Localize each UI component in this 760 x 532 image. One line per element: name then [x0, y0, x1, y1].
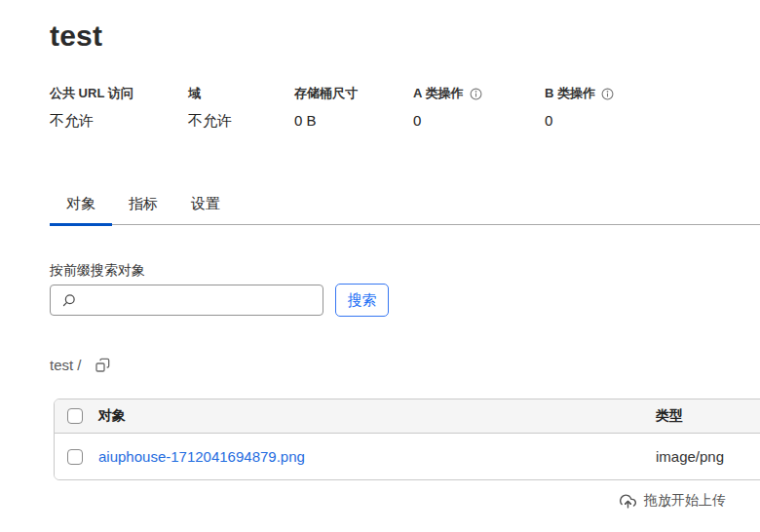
upload-hint-row: 拖放开始上传 [50, 492, 760, 510]
row-checkbox[interactable] [67, 449, 83, 465]
object-link[interactable]: aiuphouse-1712041694879.png [98, 448, 305, 465]
object-type-cell: image/png [656, 448, 760, 465]
column-header-object: 对象 [98, 407, 656, 425]
row-checkbox-cell [55, 449, 98, 465]
bucket-page: test 公共 URL 访问 不允许 域 不允许 存储桶尺寸 0 B A 类操作… [0, 0, 760, 532]
table-header-row: 对象 类型 [55, 399, 760, 434]
cloud-upload-icon [620, 493, 636, 510]
search-input[interactable] [76, 285, 323, 315]
stat-label: A 类操作 [413, 87, 545, 100]
stat-domain: 域 不允许 [188, 87, 294, 128]
object-search-section: 按前缀搜索对象 搜索 [50, 263, 760, 317]
search-row: 搜索 [50, 284, 760, 317]
stat-class-a-operations: A 类操作 0 [413, 87, 545, 128]
stat-value: 0 [545, 113, 614, 128]
stat-public-url-access: 公共 URL 访问 不允许 [50, 87, 188, 128]
info-icon[interactable] [470, 88, 482, 100]
tab-metrics[interactable]: 指标 [112, 196, 174, 226]
objects-table: 对象 类型 aiuphouse-1712041694879.png image/… [54, 399, 760, 480]
bucket-stats: 公共 URL 访问 不允许 域 不允许 存储桶尺寸 0 B A 类操作 0 B … [50, 87, 760, 128]
stat-label: 域 [188, 87, 294, 100]
stat-class-b-operations: B 类操作 0 [545, 87, 614, 128]
search-button[interactable]: 搜索 [335, 284, 389, 317]
copy-icon[interactable] [95, 358, 110, 373]
tab-settings[interactable]: 设置 [174, 196, 237, 226]
breadcrumb[interactable]: test / [50, 358, 82, 373]
stat-value: 不允许 [50, 113, 188, 128]
stat-value: 0 [413, 113, 545, 128]
stat-label: 存储桶尺寸 [294, 87, 413, 100]
object-name-cell: aiuphouse-1712041694879.png [98, 448, 656, 465]
column-header-type: 类型 [656, 407, 760, 425]
stat-value: 不允许 [188, 113, 294, 128]
page-title: test [50, 21, 760, 51]
stat-bucket-size: 存储桶尺寸 0 B [294, 87, 413, 128]
stat-value: 0 B [294, 113, 413, 128]
breadcrumb-row: test / [50, 358, 760, 373]
table-row: aiuphouse-1712041694879.png image/png [55, 434, 760, 479]
search-icon [61, 293, 76, 308]
tab-objects[interactable]: 对象 [50, 196, 112, 226]
header-checkbox-cell [55, 408, 98, 424]
info-icon[interactable] [601, 88, 614, 100]
tab-bar: 对象 指标 设置 [50, 196, 760, 225]
stat-label: 公共 URL 访问 [50, 87, 188, 100]
stat-label: B 类操作 [545, 87, 614, 100]
select-all-checkbox[interactable] [67, 408, 83, 424]
search-label: 按前缀搜索对象 [50, 263, 760, 277]
search-input-box[interactable] [50, 285, 323, 316]
upload-hint-text: 拖放开始上传 [644, 492, 726, 510]
